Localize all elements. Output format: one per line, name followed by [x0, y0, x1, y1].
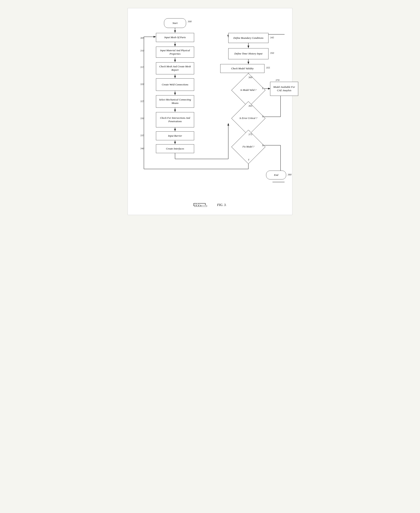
node-355-label: Check Model Validity: [231, 67, 254, 70]
node-325-label: Select Mechanical Connecting Means: [158, 98, 192, 105]
ref-355-label: 355: [266, 66, 270, 69]
node-375-label: Fix Model ?: [243, 145, 255, 149]
ref-340-label: 340: [140, 147, 144, 150]
node-360: Is Model Valid ?: [236, 78, 260, 102]
node-350: Define Time/ History Input: [228, 48, 269, 59]
start-label: Start: [172, 22, 177, 25]
node-345: Define Boundary Conditions: [228, 33, 269, 43]
ref-305-label: 305: [140, 36, 144, 40]
node-305: Input Mesh Of Parts: [156, 33, 194, 42]
node-375: Fix Model ?: [236, 135, 260, 159]
node-310-label: Input Material And Physical Properties: [158, 49, 192, 56]
node-330-label: Check For Intersections And Penetrations: [158, 116, 192, 123]
node-310: Input Material And Physical Properties: [156, 47, 194, 58]
start-node: Start: [164, 18, 186, 28]
node-345-label: Define Boundary Conditions: [233, 36, 263, 40]
node-360-label: Is Model Valid ?: [240, 89, 256, 92]
figure-footer: FIG. 3.: [136, 203, 284, 207]
yn-365-n: N: [262, 115, 264, 118]
node-335-label: Input Barrier: [168, 134, 182, 138]
node-340: Create Interfaces: [156, 144, 194, 153]
node-355: Check Model Validity: [220, 64, 264, 73]
node-315: Check Mesh And Create Mesh Report: [156, 62, 194, 74]
node-365-label: Is Error Critical ?: [240, 117, 257, 120]
figure-label: FIG. 3.: [217, 203, 226, 207]
node-320-label: Create Weld Connections: [162, 83, 188, 86]
ref-360-label: 360: [248, 76, 252, 79]
node-330: Check For Intersections And Penetrations: [156, 112, 194, 127]
ref-375-label: 375: [248, 133, 252, 136]
node-350-label: Define Time/ History Input: [234, 52, 262, 55]
yn-360-y: Y: [262, 87, 263, 90]
figure-drawing: [194, 203, 207, 207]
node-320: Create Weld Connections: [156, 78, 194, 91]
ref-380-label: 380: [288, 173, 292, 176]
ref-335-label: 335: [140, 134, 144, 137]
ref-350-label: 350: [270, 52, 274, 55]
ref-365-label: 365: [248, 104, 252, 107]
ref-330-label: 330: [140, 117, 144, 120]
node-335: Input Barrier: [156, 131, 194, 140]
ref-325-label: 325: [140, 100, 144, 103]
flowchart-diagram: Start 300 305 Input Mesh Of Parts 310 In…: [136, 16, 285, 197]
ref-300: 300: [188, 20, 192, 23]
node-370-label: Model Avaliable For CAE Anaylsis: [273, 85, 296, 92]
yn-375-y: Y: [248, 158, 249, 161]
page: Start 300 305 Input Mesh Of Parts 310 In…: [128, 8, 292, 215]
yn-375-n: N: [262, 144, 264, 147]
ref-315-label: 315: [140, 66, 144, 69]
ref-370-label: 370: [276, 79, 279, 82]
node-365: Is Error Critical ?: [236, 106, 260, 130]
node-370: Model Avaliable For CAE Anaylsis: [270, 82, 298, 96]
node-325: Select Mechanical Connecting Means: [156, 95, 194, 108]
ref-345-label: 345: [270, 36, 274, 39]
ref-310-label: 310: [140, 49, 144, 52]
node-340-label: Create Interfaces: [166, 147, 184, 150]
ref-320-label: 320: [140, 82, 144, 86]
end-node: End: [266, 171, 286, 179]
node-315-label: Check Mesh And Create Mesh Report: [158, 65, 192, 72]
node-305-label: Input Mesh Of Parts: [164, 36, 186, 39]
end-label: End: [274, 173, 278, 177]
